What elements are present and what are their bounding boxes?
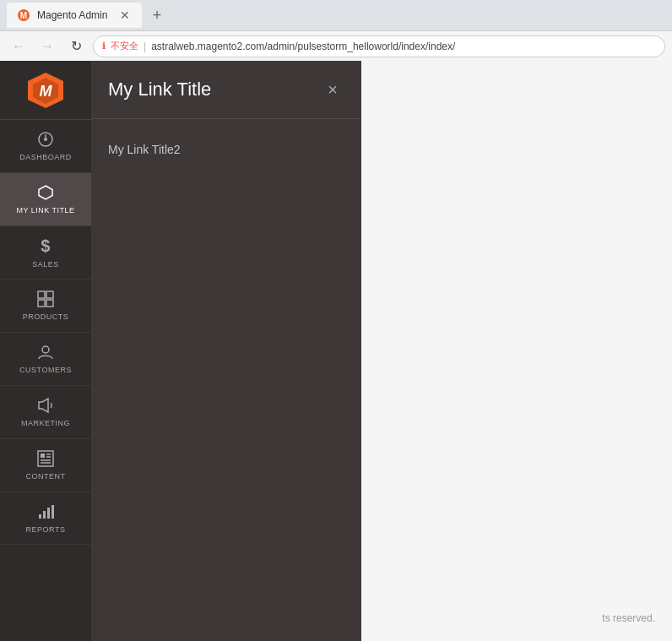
browser-titlebar: M Magento Admin ✕ + bbox=[0, 0, 672, 30]
url-text: astralweb.magento2.com/admin/pulsestorm_… bbox=[151, 41, 455, 52]
submenu-close-button[interactable]: × bbox=[321, 78, 344, 101]
sidebar-item-dashboard[interactable]: DASHBOARD bbox=[0, 120, 91, 173]
sidebar-item-marketing[interactable]: MARKETING bbox=[0, 386, 91, 439]
sidebar-item-marketing-label: MARKETING bbox=[21, 419, 70, 428]
app-container: M DASHBOARD MY LINK TITLE bbox=[0, 61, 672, 641]
browser-tab[interactable]: M Magento Admin ✕ bbox=[7, 3, 142, 28]
submenu-body: My Link Title2 bbox=[91, 119, 361, 641]
sidebar-item-my-link-title-label: MY LINK TITLE bbox=[16, 206, 74, 215]
marketing-icon bbox=[36, 396, 55, 415]
svg-rect-10 bbox=[46, 291, 53, 298]
browser-toolbar: ← → ↻ ℹ 不安全 | astralweb.magento2.com/adm… bbox=[0, 30, 672, 61]
svg-text:M: M bbox=[40, 83, 53, 100]
tab-close-button[interactable]: ✕ bbox=[118, 8, 132, 22]
forward-button[interactable]: → bbox=[35, 35, 59, 58]
sidebar-item-my-link-title[interactable]: MY LINK TITLE bbox=[0, 173, 91, 226]
sidebar: M DASHBOARD MY LINK TITLE bbox=[0, 61, 91, 641]
magento-logo-icon: M bbox=[24, 69, 67, 111]
submenu-header: My Link Title × bbox=[91, 61, 361, 119]
svg-rect-12 bbox=[46, 300, 53, 307]
sidebar-logo: M bbox=[0, 61, 91, 120]
submenu-title: My Link Title bbox=[108, 79, 211, 100]
svg-rect-14 bbox=[38, 451, 53, 466]
sidebar-item-dashboard-label: DASHBOARD bbox=[19, 153, 72, 162]
address-separator: | bbox=[144, 41, 146, 52]
back-button[interactable]: ← bbox=[7, 35, 30, 58]
sidebar-item-products-label: PRODUCTS bbox=[23, 312, 69, 322]
main-content: My Link Title × My Link Title2 ts reserv… bbox=[91, 61, 672, 641]
security-label: 不安全 bbox=[111, 40, 138, 52]
customers-icon bbox=[36, 343, 55, 361]
sidebar-item-products[interactable]: PRODUCTS bbox=[0, 280, 91, 333]
svg-point-13 bbox=[42, 346, 49, 353]
svg-marker-8 bbox=[39, 186, 52, 199]
sidebar-item-sales[interactable]: $ SALES bbox=[0, 226, 91, 280]
my-link-title-icon bbox=[36, 183, 55, 202]
products-icon bbox=[36, 290, 55, 308]
sidebar-item-reports-label: REPORTS bbox=[26, 525, 66, 535]
svg-rect-11 bbox=[38, 300, 45, 307]
security-icon: ℹ bbox=[102, 41, 106, 52]
new-tab-button[interactable]: + bbox=[145, 3, 169, 27]
page-background: ts reserved. bbox=[361, 61, 672, 641]
svg-rect-9 bbox=[38, 291, 45, 298]
sidebar-item-content-label: CONTENT bbox=[26, 472, 66, 481]
sidebar-item-customers[interactable]: CUSTOMERS bbox=[0, 333, 91, 386]
sidebar-item-customers-label: CUSTOMERS bbox=[19, 366, 72, 375]
reports-icon bbox=[36, 502, 55, 521]
address-bar[interactable]: ℹ 不安全 | astralweb.magento2.com/admin/pul… bbox=[93, 35, 665, 57]
sidebar-item-content[interactable]: CONTENT bbox=[0, 439, 91, 492]
svg-rect-20 bbox=[39, 514, 41, 519]
copyright-text: ts reserved. bbox=[602, 612, 655, 624]
svg-rect-22 bbox=[47, 508, 50, 519]
svg-rect-21 bbox=[43, 511, 46, 519]
svg-rect-15 bbox=[41, 454, 45, 458]
tab-title: Magento Admin bbox=[37, 9, 107, 21]
svg-text:M: M bbox=[20, 11, 27, 20]
sales-icon: $ bbox=[41, 236, 51, 256]
svg-point-6 bbox=[44, 138, 47, 141]
submenu-panel: My Link Title × My Link Title2 bbox=[91, 61, 361, 641]
sidebar-item-reports[interactable]: REPORTS bbox=[0, 492, 91, 546]
dashboard-icon bbox=[36, 130, 55, 149]
browser-chrome: M Magento Admin ✕ + ← → ↻ ℹ 不安全 | astral… bbox=[0, 0, 672, 61]
content-icon bbox=[36, 449, 55, 468]
tab-favicon: M bbox=[17, 8, 30, 22]
svg-rect-23 bbox=[51, 505, 54, 519]
sidebar-item-sales-label: SALES bbox=[32, 260, 59, 269]
submenu-item-0[interactable]: My Link Title2 bbox=[108, 136, 344, 163]
refresh-button[interactable]: ↻ bbox=[64, 35, 88, 58]
